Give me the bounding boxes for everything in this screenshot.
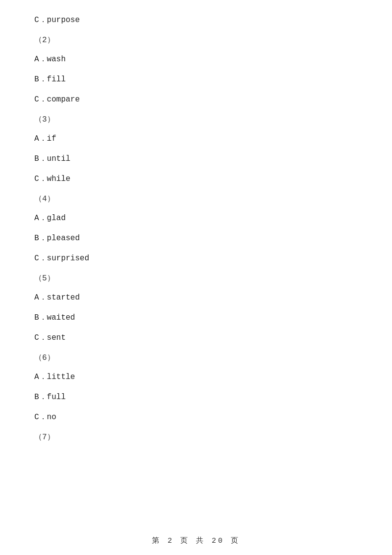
option-item: B．until bbox=[29, 153, 363, 164]
option-item: C．surprised bbox=[29, 253, 363, 263]
page-content: C．purpose（2）A．washB．fillC．compare（3）A．if… bbox=[0, 0, 392, 480]
question-number: （3） bbox=[29, 114, 363, 125]
option-item: C．while bbox=[29, 174, 363, 184]
option-item: B．pleased bbox=[29, 233, 363, 243]
question-number: （6） bbox=[29, 353, 363, 363]
option-item: C．sent bbox=[29, 332, 363, 343]
option-item: C．compare bbox=[29, 94, 363, 104]
page-footer: 第 2 页 共 20 页 bbox=[0, 536, 392, 545]
option-item: A．if bbox=[29, 133, 363, 144]
option-item: B．fill bbox=[29, 74, 363, 84]
option-item: A．wash bbox=[29, 54, 363, 64]
question-number: （2） bbox=[29, 35, 363, 45]
footer-text: 第 2 页 共 20 页 bbox=[152, 537, 240, 545]
option-item: A．started bbox=[29, 292, 363, 303]
option-item: A．glad bbox=[29, 213, 363, 223]
option-item: C．no bbox=[29, 412, 363, 422]
option-item: B．waited bbox=[29, 312, 363, 323]
question-number: （7） bbox=[29, 432, 363, 442]
question-number: （4） bbox=[29, 194, 363, 204]
option-item: C．purpose bbox=[29, 15, 363, 25]
option-item: A．little bbox=[29, 372, 363, 382]
question-number: （5） bbox=[29, 273, 363, 283]
option-item: B．full bbox=[29, 392, 363, 402]
